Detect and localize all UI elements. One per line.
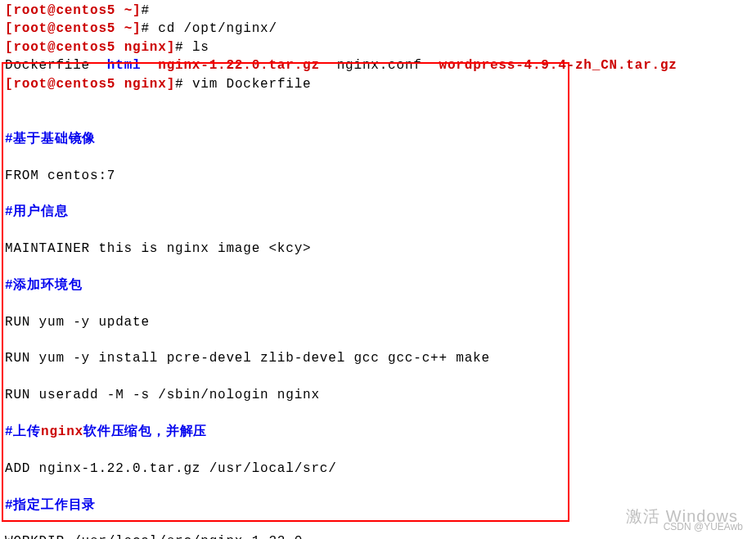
cmd-vim: [root@centos5 nginx]# vim Dockerfile xyxy=(5,75,751,93)
terminal-output: [root@centos5 ~]# [root@centos5 ~]# cd /… xyxy=(5,2,751,539)
cmd-ls: [root@centos5 nginx]# ls xyxy=(5,38,751,56)
cmd-cd: [root@centos5 ~]# cd /opt/nginx/ xyxy=(5,20,751,38)
dockerfile-content[interactable]: #基于基础镜像 FROM centos:7 #用户信息 MAINTAINER t… xyxy=(5,111,751,539)
blank-line xyxy=(5,93,751,111)
csdn-watermark: CSDN @YUEAwb xyxy=(664,520,743,534)
prompt-line: [root@centos5 ~]# xyxy=(5,2,751,20)
ls-output: Dockerfile html nginx-1.22.0.tar.gz ngin… xyxy=(5,56,751,74)
